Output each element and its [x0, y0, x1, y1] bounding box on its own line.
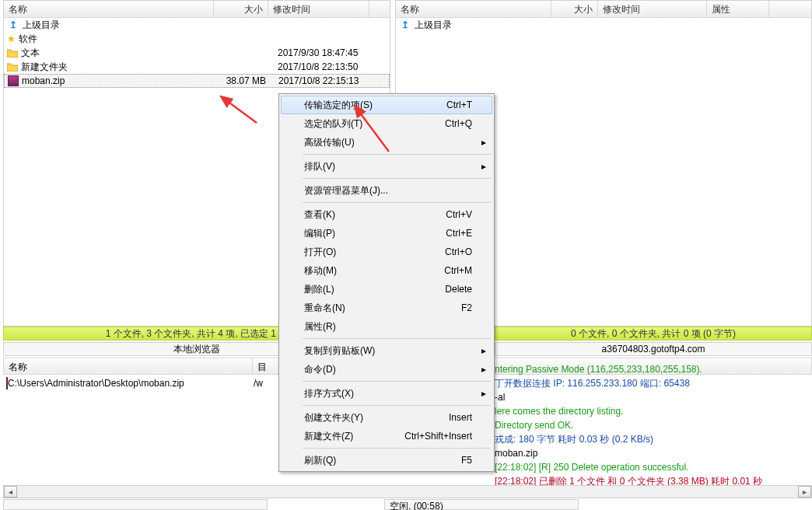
file-mtime: 2017/9/30 18:47:45	[270, 47, 394, 58]
file-row[interactable]: 文本 2017/9/30 18:47:45	[4, 46, 390, 60]
log-line: lere comes the directory listing.	[495, 404, 810, 418]
menu-rename[interactable]: 重命名(N) F2	[281, 299, 492, 317]
col-size[interactable]: 大小	[214, 1, 268, 17]
right-file-list[interactable]: ↥ 上级目录	[396, 18, 811, 32]
menu-new-file[interactable]: 新建文件(Z) Ctrl+Shift+Insert	[281, 427, 492, 445]
menu-command[interactable]: 命令(D) ▸	[281, 360, 492, 379]
log-line: Directory send OK.	[495, 418, 810, 432]
log-line: -al	[495, 390, 810, 404]
file-mtime: 2017/10/8 22:15:13	[271, 75, 395, 86]
left-column-header: 名称 大小 修改时间	[4, 1, 390, 18]
status-idle: 空闲. (00:58)	[384, 499, 579, 510]
file-name: 文本	[21, 47, 215, 60]
menu-transfer-selected[interactable]: 传输选定的项(S) Ctrl+T	[281, 96, 492, 114]
menu-properties[interactable]: 属性(R)	[281, 317, 492, 336]
col-name[interactable]: 名称	[4, 1, 214, 17]
up-arrow-icon: ↥	[7, 19, 19, 31]
scroll-right-button[interactable]: ▸	[798, 486, 811, 498]
log-line: moban.zip	[495, 446, 810, 460]
file-mtime: 2017/10/8 22:13:50	[270, 61, 394, 72]
col-name[interactable]: 名称	[396, 1, 551, 17]
menu-separator	[303, 405, 491, 406]
submenu-arrow-icon: ▸	[481, 364, 486, 375]
menu-separator	[303, 381, 491, 382]
scroll-left-button[interactable]: ◂	[4, 486, 17, 498]
menu-separator	[303, 202, 491, 203]
menu-view[interactable]: 查看(K) Ctrl+V	[281, 205, 492, 224]
log-line: 丁开数据连接 IP: 116.255.233.180 端口: 65438	[495, 376, 810, 390]
left-file-list[interactable]: ↥ 上级目录 ★ 软件 文本 2017/9/30 18:47:45 新建文件夹 …	[4, 18, 390, 88]
status-ready	[3, 499, 268, 510]
menu-separator	[303, 154, 491, 155]
up-dir-label: 上级目录	[23, 19, 217, 32]
queue-col-name[interactable]: 名称	[4, 358, 253, 374]
up-dir-row[interactable]: ↥ 上级目录	[4, 18, 390, 32]
menu-copy-clipboard[interactable]: 复制到剪贴板(W) ▸	[281, 341, 492, 360]
menu-move[interactable]: 移动(M) Ctrl+M	[281, 261, 492, 280]
folder-icon	[7, 61, 18, 73]
col-mtime[interactable]: 修改时间	[598, 1, 707, 17]
submenu-arrow-icon: ▸	[481, 137, 486, 148]
menu-separator	[303, 178, 491, 179]
queue-item-path: C:\Users\Administrator\Desktop\moban.zip	[8, 378, 254, 389]
col-mtime[interactable]: 修改时间	[268, 1, 369, 17]
scroll-track[interactable]	[17, 486, 798, 498]
col-size[interactable]: 大小	[551, 1, 598, 17]
up-dir-label: 上级目录	[415, 19, 609, 32]
file-name: 软件	[19, 33, 213, 46]
bottom-status-bar: 空闲. (00:58)	[3, 499, 812, 510]
file-row[interactable]: ★ 软件	[4, 32, 390, 46]
ftp-log[interactable]: ntering Passive Mode (116,255,233,180,25…	[495, 362, 810, 487]
menu-separator	[303, 338, 491, 339]
submenu-arrow-icon: ▸	[481, 345, 486, 356]
folder-icon	[7, 47, 18, 59]
file-row-selected[interactable]: moban.zip 38.07 MB 2017/10/8 22:15:13	[4, 74, 390, 88]
menu-queue-selected[interactable]: 选定的队列(T) Ctrl+Q	[281, 114, 492, 133]
star-icon: ★	[7, 33, 16, 45]
up-dir-row[interactable]: ↥ 上级目录	[396, 18, 811, 32]
right-column-header: 名称 大小 修改时间 属性	[396, 1, 811, 18]
submenu-arrow-icon: ▸	[481, 161, 486, 172]
up-arrow-icon: ↥	[399, 19, 411, 31]
menu-sort-by[interactable]: 排序方式(X) ▸	[281, 384, 492, 403]
menu-delete[interactable]: 删除(L) Delete	[281, 280, 492, 299]
file-name: moban.zip	[22, 75, 216, 86]
log-line: [22:18:02] [R] 250 Delete operation succ…	[495, 460, 810, 474]
file-name: 新建文件夹	[21, 61, 215, 74]
menu-open[interactable]: 打开(O) Ctrl+O	[281, 243, 492, 261]
menu-separator	[303, 448, 491, 449]
menu-refresh[interactable]: 刷新(Q) F5	[281, 451, 492, 470]
menu-queue[interactable]: 排队(V) ▸	[281, 157, 492, 176]
log-line: 戎成: 180 字节 耗时 0.03 秒 (0.2 KB/s)	[495, 432, 810, 446]
right-status-summary: 0 个文件, 0 个文件夹, 共计 0 项 (0 字节)	[495, 327, 812, 341]
zip-icon	[8, 75, 19, 87]
col-attr[interactable]: 属性	[707, 1, 769, 17]
file-size: 38.07 MB	[216, 75, 271, 86]
context-menu: 传输选定的项(S) Ctrl+T 选定的队列(T) Ctrl+Q 高级传输(U)…	[278, 93, 495, 472]
menu-advanced-transfer[interactable]: 高级传输(U) ▸	[281, 133, 492, 152]
file-row[interactable]: 新建文件夹 2017/10/8 22:13:50	[4, 60, 390, 74]
right-status-host: a36704803.gotoftp4.com	[495, 342, 812, 356]
menu-edit[interactable]: 编辑(P) Ctrl+E	[281, 224, 492, 243]
menu-explorer-menu[interactable]: 资源管理器菜单(J)...	[281, 181, 492, 200]
menu-create-folder[interactable]: 创建文件夹(Y) Insert	[281, 408, 492, 427]
log-line: ntering Passive Mode (116,255,233,180,25…	[495, 362, 810, 376]
submenu-arrow-icon: ▸	[481, 388, 486, 399]
horizontal-scrollbar[interactable]: ◂ ▸	[3, 485, 812, 498]
